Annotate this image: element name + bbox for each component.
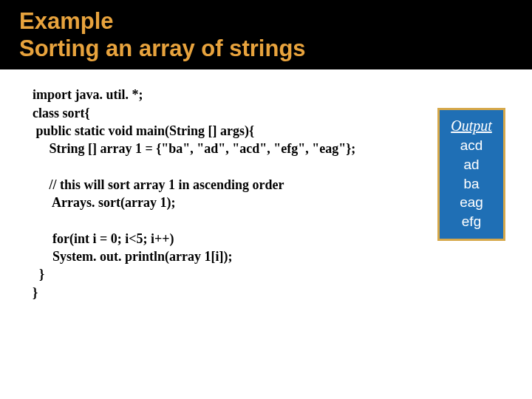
title-bar: Example Sorting an array of strings — [0, 0, 532, 69]
title-line-1: Example — [19, 7, 517, 35]
code-line: for(int i = 0; i<5; i++) — [33, 231, 174, 246]
output-row: acd — [444, 136, 499, 155]
title-line-2: Sorting an array of strings — [19, 35, 517, 62]
output-row: efg — [444, 212, 499, 231]
slide: Example Sorting an array of strings impo… — [0, 0, 532, 399]
code-line: public static void main(String [] args){ — [33, 123, 254, 138]
code-line: } — [33, 285, 38, 300]
output-row: ba — [444, 174, 499, 194]
output-title: Output — [444, 116, 499, 136]
output-row: eag — [444, 193, 499, 212]
output-box: Output acd ad ba eag efg — [437, 108, 505, 240]
code-line: String [] array 1 = {"ba", "ad", "acd", … — [33, 141, 355, 156]
code-line: import java. util. *; — [33, 87, 143, 102]
code-line: Arrays. sort(array 1); — [33, 195, 175, 210]
code-line: // this will sort array 1 in ascending o… — [33, 177, 284, 192]
output-row: ad — [444, 155, 499, 174]
code-line: } — [33, 267, 44, 282]
content-area: import java. util. *; class sort{ public… — [0, 69, 532, 301]
code-line: class sort{ — [33, 106, 90, 120]
code-line: System. out. println(array 1[i]); — [33, 249, 232, 264]
